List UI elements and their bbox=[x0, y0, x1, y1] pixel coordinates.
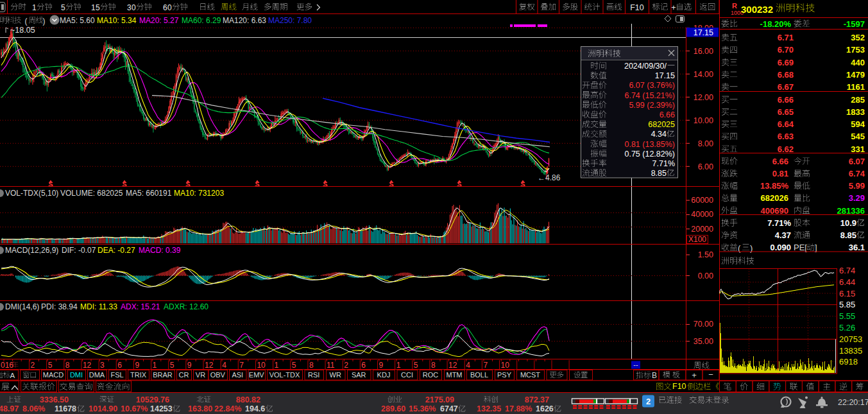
svg-text:1: 1 bbox=[275, 361, 279, 370]
svg-text:594: 594 bbox=[851, 119, 865, 129]
svg-text:17.88%: 17.88% bbox=[505, 404, 532, 413]
svg-text:1: 1 bbox=[396, 361, 401, 370]
svg-text:10.9: 10.9 bbox=[840, 218, 856, 228]
svg-text:MA5: 5.60: MA5: 5.60 bbox=[60, 16, 95, 25]
svg-text:13835: 13835 bbox=[839, 346, 862, 356]
svg-text:0: 0 bbox=[132, 3, 136, 12]
svg-text:1626: 1626 bbox=[536, 404, 554, 413]
svg-text:6.15: 6.15 bbox=[839, 289, 855, 298]
svg-text:7: 7 bbox=[239, 361, 244, 370]
svg-text:PSY: PSY bbox=[497, 371, 512, 379]
svg-text:16.00: 16.00 bbox=[694, 47, 713, 56]
svg-text:15.36%: 15.36% bbox=[409, 404, 436, 413]
svg-text:+: + bbox=[692, 370, 697, 380]
svg-text:1161: 1161 bbox=[847, 82, 865, 92]
svg-text:331: 331 bbox=[851, 144, 865, 154]
svg-text:9: 9 bbox=[379, 361, 384, 370]
svg-text:~18.05: ~18.05 bbox=[10, 26, 35, 35]
svg-text:6.07 (3.76%): 6.07 (3.76%) bbox=[629, 81, 675, 90]
svg-text:5: 5 bbox=[96, 3, 100, 12]
svg-text:10: 10 bbox=[257, 361, 266, 370]
svg-text:5.55: 5.55 bbox=[839, 311, 855, 321]
svg-text:9: 9 bbox=[187, 361, 192, 370]
svg-text:880.82: 880.82 bbox=[236, 395, 260, 404]
svg-text:6.71: 6.71 bbox=[778, 33, 794, 42]
svg-text:--: -- bbox=[633, 361, 638, 368]
svg-text:DEA: -0.27: DEA: -0.27 bbox=[98, 246, 135, 255]
svg-text:MA250: 7.80: MA250: 7.80 bbox=[268, 16, 312, 25]
svg-text:12.00: 12.00 bbox=[694, 93, 713, 102]
svg-text:2: 2 bbox=[31, 361, 35, 370]
svg-text:): ) bbox=[43, 17, 46, 26]
svg-text:10529.76: 10529.76 bbox=[136, 395, 169, 404]
svg-text:BOLL: BOLL bbox=[470, 371, 488, 379]
svg-text:8: 8 bbox=[309, 361, 314, 370]
svg-text:VOLUME: 682025: VOLUME: 682025 bbox=[60, 189, 123, 198]
svg-text:RSI: RSI bbox=[308, 371, 319, 379]
svg-text:6.65: 6.65 bbox=[778, 107, 794, 117]
svg-text:3: 3 bbox=[127, 3, 132, 12]
svg-text:6: 6 bbox=[163, 3, 167, 12]
svg-text:300232: 300232 bbox=[741, 4, 773, 15]
svg-text:0.090: 0.090 bbox=[770, 243, 791, 252]
svg-text:2175.09: 2175.09 bbox=[425, 395, 454, 404]
svg-text:1: 1 bbox=[91, 3, 96, 12]
svg-text:VOL-TDX(5,10): VOL-TDX(5,10) bbox=[5, 189, 58, 198]
svg-text:22.84%: 22.84% bbox=[214, 404, 241, 413]
svg-text:285: 285 bbox=[851, 95, 865, 105]
svg-text:DMA: DMA bbox=[89, 371, 105, 379]
svg-text:5: 5 bbox=[61, 3, 65, 12]
svg-text:8.00: 8.00 bbox=[698, 139, 713, 148]
svg-text:2: 2 bbox=[344, 361, 348, 370]
svg-text:35.00: 35.00 bbox=[694, 337, 713, 346]
svg-text:14.00: 14.00 bbox=[694, 70, 713, 79]
svg-text:SAR: SAR bbox=[352, 371, 366, 379]
svg-text:1014.90: 1014.90 bbox=[89, 404, 117, 413]
svg-text:MA20: 5.27: MA20: 5.27 bbox=[139, 16, 179, 25]
svg-text:FSL: FSL bbox=[110, 371, 123, 379]
svg-text:10.67%: 10.67% bbox=[121, 404, 148, 413]
svg-text:5.26: 5.26 bbox=[839, 323, 855, 332]
svg-text:440: 440 bbox=[851, 58, 865, 67]
svg-text:6.67: 6.67 bbox=[778, 82, 794, 92]
svg-text:EMV: EMV bbox=[249, 371, 265, 379]
svg-text:PDI: 38.94: PDI: 38.94 bbox=[41, 302, 78, 311]
svg-text:0.75 (12.82%): 0.75 (12.82%) bbox=[624, 150, 675, 159]
svg-text:8.06%: 8.06% bbox=[22, 404, 45, 413]
svg-text:10: 10 bbox=[501, 361, 510, 370]
svg-text:0.81 (13.85%): 0.81 (13.85%) bbox=[624, 140, 675, 149]
svg-text:22:20:17: 22:20:17 bbox=[838, 398, 868, 407]
svg-text:WR: WR bbox=[330, 371, 341, 379]
svg-text:MA60: 6.29: MA60: 6.29 bbox=[182, 16, 221, 25]
svg-text:12: 12 bbox=[205, 361, 214, 370]
svg-text:6.66: 6.66 bbox=[778, 95, 794, 105]
svg-text:VR: VR bbox=[196, 371, 205, 379]
svg-text:ROC: ROC bbox=[423, 371, 439, 379]
svg-text:5: 5 bbox=[170, 361, 174, 370]
svg-text:MA120: 6.63: MA120: 6.63 bbox=[223, 16, 266, 25]
svg-text:70.00: 70.00 bbox=[694, 320, 713, 329]
svg-text:B: B bbox=[652, 371, 657, 380]
svg-text:X100: X100 bbox=[688, 235, 706, 244]
svg-text:0.00: 0.00 bbox=[698, 272, 713, 280]
svg-text:DIF: -0.07: DIF: -0.07 bbox=[62, 246, 96, 255]
svg-text:6.74 (15.21%): 6.74 (15.21%) bbox=[624, 91, 675, 100]
svg-text:VOL-TDX: VOL-TDX bbox=[269, 371, 300, 379]
svg-text:TRIX: TRIX bbox=[130, 371, 147, 379]
svg-text:20753: 20753 bbox=[839, 334, 862, 344]
svg-text:6: 6 bbox=[117, 361, 122, 370]
svg-text:6747: 6747 bbox=[440, 404, 458, 413]
svg-text:17.15: 17.15 bbox=[655, 71, 675, 80]
svg-text:]: ] bbox=[815, 243, 817, 252]
svg-text:0: 0 bbox=[167, 3, 172, 12]
svg-text:OBV: OBV bbox=[210, 371, 226, 379]
svg-text:132.35: 132.35 bbox=[477, 404, 501, 413]
svg-text:6.70: 6.70 bbox=[778, 45, 794, 55]
svg-text:6.66: 6.66 bbox=[772, 157, 788, 166]
svg-text:016: 016 bbox=[1, 361, 13, 370]
svg-text:KDJ: KDJ bbox=[377, 371, 391, 379]
svg-text:4: 4 bbox=[222, 361, 226, 370]
svg-text:ADX: 15.21: ADX: 15.21 bbox=[121, 302, 160, 311]
svg-text:8.85: 8.85 bbox=[840, 230, 856, 240]
svg-text:40000: 40000 bbox=[691, 210, 713, 219]
